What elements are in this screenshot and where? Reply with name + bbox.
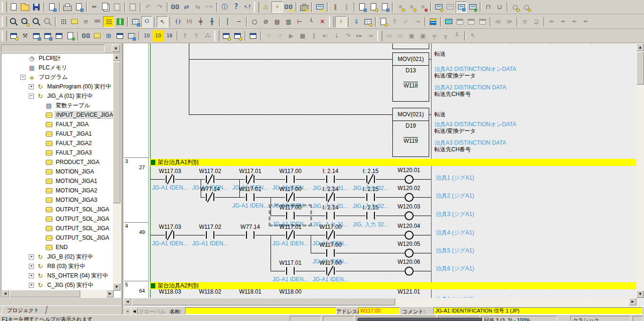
tree-item[interactable]: OUTPUT_SOL_JIGA	[1, 205, 120, 214]
tree-item[interactable]: PRODUCT_JIGA	[1, 157, 120, 167]
output-coil[interactable]	[405, 193, 414, 202]
tree-item[interactable]: FAULT_JIGA2	[1, 139, 120, 148]
toolbar-button-new-coil-nc[interactable]: ⊘	[260, 16, 271, 27]
nc-contact[interactable]	[165, 230, 175, 240]
tree-item[interactable]: +↻MainProgram (00) 実行中	[1, 82, 120, 91]
toolbar-button-window-mag[interactable]	[31, 30, 42, 42]
tree-item[interactable]: MOTION_JIGA	[1, 167, 120, 176]
toolbar-button-new-contact[interactable]: ┤├	[172, 16, 184, 27]
toolbar-button-new-file[interactable]	[8, 1, 19, 13]
nc-contact[interactable]	[285, 192, 296, 202]
scroll-left-icon[interactable]: ◀	[124, 298, 131, 305]
tree-item[interactable]: −↻JIG_A (01) 実行中	[1, 91, 120, 101]
toolbar-button-show-monitor-grid[interactable]	[103, 16, 114, 27]
nc-contact[interactable]	[245, 174, 255, 184]
tree-item[interactable]: −◈プログラム	[1, 72, 120, 82]
toolbar-button-new-vertical[interactable]: │	[222, 16, 233, 27]
tree-item[interactable]: +↻C_JIG (05) 実行中	[1, 280, 120, 290]
toolbar-button-build[interactable]: ⚒	[19, 30, 31, 42]
expand-icon[interactable]: +	[29, 254, 34, 260]
ladder-horizontal-scrollbar[interactable]: ◀ ▶	[124, 298, 636, 305]
toolbar-button-find-replace[interactable]: ⇄	[181, 1, 192, 13]
nc-contact[interactable]	[325, 266, 336, 276]
toolbar-button-cross-reference[interactable]	[80, 30, 92, 42]
toolbar-button-work-online[interactable]: ⚡	[271, 1, 283, 13]
toolbar-button-new-pb[interactable]: ▤	[271, 16, 283, 27]
toolbar-button-window-watch[interactable]	[247, 30, 259, 42]
nc-contact[interactable]	[165, 174, 175, 184]
toolbar-button-show-dialog[interactable]	[114, 30, 126, 42]
tree-item[interactable]: +↻RB (03) 実行中	[1, 261, 120, 271]
collapse-property-bar-button[interactable]: ◀	[131, 308, 138, 315]
scroll-down-icon[interactable]: ▼	[113, 283, 120, 291]
nc-contact[interactable]	[205, 174, 215, 184]
tree-item[interactable]: FAULT_JIGA1	[1, 129, 120, 139]
tree-item[interactable]: MOTION_JIGA2	[1, 186, 120, 195]
rung-number-cell[interactable]: 449	[124, 222, 148, 281]
toolbar-button-help[interactable]: ?	[230, 1, 242, 13]
toolbar-button-mode-monitor[interactable]	[456, 1, 467, 13]
toolbar-button-differential-monitor[interactable]: ⊓	[483, 1, 494, 13]
ladder-vscroll-thumb[interactable]	[636, 52, 644, 85]
mov-instruction-block[interactable]: MOV(021)D19W119	[392, 108, 429, 157]
toolbar-button-new-or-contact[interactable]: ╪	[195, 16, 206, 27]
toolbar-button-print-preview[interactable]	[73, 1, 85, 13]
nc-contact[interactable]	[285, 230, 296, 240]
toolbar-button-new-pb2[interactable]: ▥	[283, 16, 294, 27]
tree-item[interactable]: FAULT_JIGA3	[1, 148, 120, 157]
tree-item[interactable]: +↻NS_OHTER (04) 実行中	[1, 271, 120, 280]
toolbar-button-properties[interactable]	[65, 30, 76, 42]
no-contact[interactable]	[285, 266, 296, 276]
ladder-vertical-scrollbar[interactable]: ▲ ▼	[636, 43, 644, 298]
toolbar-button-show-program-tree[interactable]	[114, 16, 126, 27]
toolbar-button-show-comments[interactable]	[69, 16, 80, 27]
toolbar-button-mode-program[interactable]	[433, 1, 444, 13]
expand-icon[interactable]: +	[29, 273, 34, 278]
toolbar-button-cut[interactable]: ✂	[89, 1, 100, 13]
toolbar-button-program-transfer[interactable]	[368, 1, 379, 13]
no-contact[interactable]	[365, 192, 376, 202]
output-coil[interactable]	[405, 175, 414, 184]
tab-project[interactable]: プロジェクト	[1, 306, 48, 315]
name-field[interactable]	[185, 307, 337, 314]
toolbar-button-find[interactable]	[169, 1, 181, 13]
nc-contact[interactable]	[325, 230, 336, 240]
tree-item[interactable]: OUTPUT_SOL_JIGA	[1, 224, 120, 233]
no-contact[interactable]	[245, 192, 255, 202]
mov-instruction-block[interactable]: MOV(021)D13W118	[392, 52, 429, 102]
toolbar-button-monitor-signed-decimal[interactable]: 10	[153, 30, 164, 42]
scroll-down-icon[interactable]: ▼	[636, 290, 644, 298]
output-coil[interactable]	[405, 249, 414, 258]
toolbar-button-show-hh[interactable]: HH	[92, 16, 103, 27]
tree-item[interactable]: FAULT_JIGA	[1, 120, 120, 129]
tree-scroll-thumb[interactable]	[113, 61, 120, 203]
toolbar-button-view-symbol-table[interactable]	[130, 16, 141, 27]
scroll-right-icon[interactable]: ▶	[629, 298, 636, 305]
toolbar-button-compile[interactable]: ⚠	[260, 1, 271, 13]
toolbar-button-view-ci[interactable]: CI	[141, 16, 153, 27]
toolbar-button-zoom-100[interactable]	[8, 16, 19, 27]
tree-hscroll-thumb[interactable]	[9, 290, 80, 297]
toolbar-button-program-check[interactable]	[356, 1, 368, 13]
no-contact[interactable]	[205, 230, 215, 240]
expand-icon[interactable]: +	[29, 84, 34, 89]
address-field[interactable]: W117.00	[358, 307, 400, 314]
no-contact[interactable]	[245, 230, 255, 240]
no-contact[interactable]	[285, 211, 296, 220]
toolbar-button-force-cancel[interactable]: ○	[521, 1, 532, 13]
rung-number-cell[interactable]: 564	[124, 281, 148, 298]
toolbar-button-address-reference-tool[interactable]	[427, 16, 439, 27]
nc-contact[interactable]	[365, 174, 376, 184]
tree-item[interactable]: ▤変数テーブル	[1, 101, 120, 110]
nc-contact[interactable]	[205, 192, 215, 202]
ladder-canvas[interactable]: MOV(021)D13W118MOV(021)D19W119架台治具A1判別架台…	[149, 43, 636, 298]
tree-item[interactable]: END	[1, 243, 120, 252]
toolbar-button-compare-with-plc[interactable]: ∥	[330, 1, 341, 13]
toolbar-button-local-symbols[interactable]	[92, 30, 103, 42]
nc-contact[interactable]	[325, 192, 336, 202]
toolbar-button-send-layers[interactable]: ⇓	[351, 16, 362, 27]
ladder-hscroll-thumb[interactable]	[132, 298, 395, 305]
toolbar-button-new-horizontal[interactable]: ─	[233, 16, 245, 27]
toolbar-button-task-calendar[interactable]	[362, 16, 373, 27]
no-contact[interactable]	[325, 211, 336, 220]
